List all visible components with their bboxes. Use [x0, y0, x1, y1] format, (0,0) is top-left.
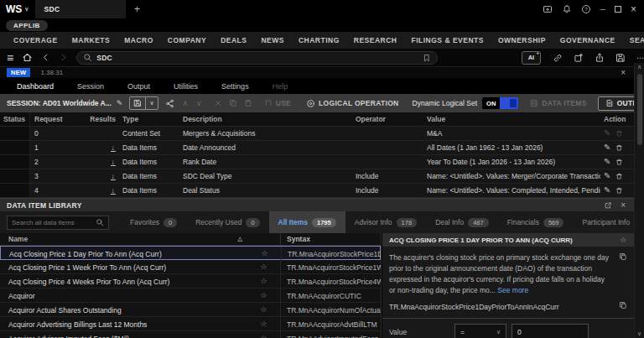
tab-dashboard[interactable]: Dashboard: [17, 82, 54, 91]
item-row-2[interactable]: Acq Closing Price 4 Weeks Prior To Ann (…: [0, 274, 381, 289]
download-results-icon[interactable]: ↓: [111, 187, 117, 195]
maximize-icon[interactable]: [615, 6, 621, 13]
value-input[interactable]: [512, 324, 589, 338]
library-tab-favorites[interactable]: Favorites0: [121, 211, 186, 233]
delete-row-icon[interactable]: [615, 186, 623, 195]
item-row-3[interactable]: Acquiror ☆ TR.MnAAcquirorCUTIC: [0, 289, 381, 303]
menu-item-coverage[interactable]: COVERAGE: [13, 36, 58, 44]
new-window-icon[interactable]: [574, 53, 584, 63]
scroll-down-icon[interactable]: ∨: [637, 330, 641, 338]
item-row-4[interactable]: Acquiror Actual Shares Outstanding ☆ TR.…: [0, 303, 381, 317]
new-tab-button[interactable]: +: [126, 3, 148, 15]
tab-help[interactable]: Help: [273, 82, 288, 91]
data-items-button[interactable]: DATA ITEMS: [530, 99, 586, 107]
window-tab-sdc[interactable]: SDC: [35, 0, 126, 18]
save-options-chevron-icon[interactable]: ∨: [145, 97, 157, 109]
request-row-1[interactable]: 1 ↓ Data Items Date Announced All Dates …: [0, 141, 634, 155]
save-session-icon[interactable]: [130, 97, 145, 109]
more-options-icon[interactable]: ⋯: [636, 54, 644, 62]
link-icon[interactable]: [553, 53, 563, 63]
download-results-icon[interactable]: ↓: [111, 159, 117, 166]
favorite-star-icon[interactable]: ☆: [247, 317, 281, 331]
menu-item-filings-events[interactable]: FILINGS & EVENTS: [412, 36, 484, 44]
library-tab-deal-info[interactable]: Deal Info487: [426, 211, 498, 233]
logical-operation-button[interactable]: LOGICAL OPERATION: [306, 99, 398, 108]
menu-item-charting[interactable]: CHARTING: [299, 36, 340, 44]
tab-session[interactable]: Session: [77, 82, 104, 91]
minimize-icon[interactable]: ─: [600, 5, 605, 13]
move-down-icon[interactable]: ∨: [196, 99, 202, 107]
favorite-star-icon[interactable]: ☆: [248, 247, 282, 261]
vertical-scrollbar[interactable]: ∧ ∨: [634, 63, 644, 338]
edit-row-icon[interactable]: ✎: [604, 186, 610, 195]
menu-item-search-tools[interactable]: SEARCH TOOLS: [630, 36, 644, 44]
library-tab-participant-info[interactable]: Participant Info322: [573, 211, 634, 233]
menu-item-ownership[interactable]: OWNERSHIP: [498, 36, 546, 44]
favorite-star-icon[interactable]: ☆: [247, 303, 281, 317]
edit-row-icon[interactable]: ✎: [604, 143, 610, 152]
library-search-input[interactable]: [12, 219, 96, 226]
delete-row-icon[interactable]: [615, 158, 623, 166]
cast-icon[interactable]: [543, 4, 553, 14]
ai-assistant-button[interactable]: AI +: [522, 51, 541, 65]
paste-icon[interactable]: [244, 99, 252, 107]
notifications-bell-icon[interactable]: [562, 4, 572, 14]
scroll-up-icon[interactable]: ∧: [637, 63, 641, 71]
menu-item-governance[interactable]: GOVERNANCE: [560, 36, 615, 44]
download-results-icon[interactable]: ↓: [111, 173, 117, 180]
menu-item-research[interactable]: RESEARCH: [354, 36, 397, 44]
window-close-icon[interactable]: ×: [631, 3, 636, 15]
help-icon[interactable]: ?: [581, 4, 591, 14]
library-tab-all-items[interactable]: All Items1795: [269, 211, 345, 233]
copy-icon[interactable]: [229, 99, 237, 107]
request-row-2[interactable]: 2 ↓ Data Items Rank Date Year To Date (1…: [0, 155, 634, 169]
favorite-star-icon[interactable]: ☆: [247, 331, 281, 338]
delete-icon[interactable]: [214, 99, 222, 107]
share-export-icon[interactable]: [595, 53, 605, 63]
favorite-star-icon[interactable]: ☆: [620, 236, 626, 244]
item-row-5[interactable]: Acquiror Advertising Billings Last 12 Mo…: [0, 317, 381, 331]
workspace-logo[interactable]: WS ∨: [0, 3, 35, 15]
home-icon[interactable]: [22, 52, 33, 63]
item-row-0[interactable]: Acq Closing Price 1 Day Prior To Ann (Ac…: [0, 246, 381, 260]
scrollbar-thumb[interactable]: [637, 74, 642, 145]
favorite-star-icon[interactable]: ☆: [247, 260, 281, 274]
use-button[interactable]: USE: [264, 99, 291, 107]
menu-item-company[interactable]: COMPANY: [168, 36, 206, 44]
edit-session-icon[interactable]: ✎: [117, 99, 123, 107]
col-syntax[interactable]: Syntax: [281, 235, 382, 243]
delete-row-icon[interactable]: [615, 143, 623, 152]
share-session-icon[interactable]: [165, 99, 174, 108]
request-row-0[interactable]: 0 Content Set Mergers & Acquisitions M&A…: [0, 127, 634, 141]
favorite-star-icon[interactable]: ☆: [247, 274, 281, 289]
library-tab-financials[interactable]: Financials569: [498, 211, 574, 233]
download-results-icon[interactable]: ↓: [111, 144, 117, 152]
delete-row-icon[interactable]: [615, 172, 623, 180]
copy-description-icon[interactable]: [619, 252, 627, 261]
item-row-1[interactable]: Acq Closing Price 1 Week Prior To Ann (A…: [0, 260, 381, 274]
menu-item-macro[interactable]: MACRO: [124, 36, 153, 44]
tab-utilities[interactable]: Utilities: [174, 82, 198, 91]
hamburger-menu-icon[interactable]: ≡: [7, 52, 13, 64]
edit-row-icon[interactable]: ✎: [604, 158, 610, 166]
see-more-link[interactable]: See more: [497, 286, 528, 294]
library-tab-recently-used[interactable]: Recently Used0: [186, 211, 268, 233]
save-icon[interactable]: [615, 53, 626, 63]
forward-icon[interactable]: [59, 53, 68, 62]
dynamic-logical-set-toggle[interactable]: ON: [482, 97, 518, 109]
item-row-6[interactable]: Acquiror Advisors Imputed Fees ($Mil) ☆ …: [0, 331, 381, 338]
save-session-button-group[interactable]: ∨: [129, 96, 158, 110]
request-row-4[interactable]: 4 ↓ Data Items Deal Status Include Name:…: [0, 184, 634, 198]
menu-item-markets[interactable]: MARKETS: [72, 36, 111, 44]
library-tab-advisor-info[interactable]: Advisor Info178: [345, 211, 426, 233]
tab-output[interactable]: Output: [127, 82, 150, 91]
request-row-3[interactable]: 3 ↓ Data Items SDC Deal Type Include Nam…: [0, 169, 634, 184]
global-search-input[interactable]: SDC: [76, 51, 438, 65]
tab-settings[interactable]: Settings: [221, 82, 249, 91]
open-external-icon[interactable]: [604, 201, 612, 210]
menu-item-news[interactable]: NEWS: [261, 36, 284, 44]
move-up-icon[interactable]: ∧: [183, 99, 189, 107]
edit-row-icon[interactable]: ✎: [604, 172, 610, 180]
applib-badge[interactable]: APPLIB: [6, 20, 48, 31]
library-close-icon[interactable]: ×: [621, 200, 626, 210]
